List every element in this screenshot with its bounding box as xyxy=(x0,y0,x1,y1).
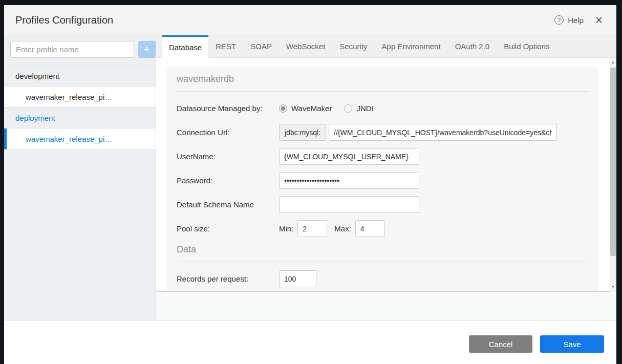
help-button[interactable]: ? Help xyxy=(554,15,584,25)
section-divider xyxy=(177,262,588,262)
pool-size-row: Pool size: Min: Max: xyxy=(177,220,588,237)
close-icon[interactable]: ✕ xyxy=(595,15,603,25)
profiles-configuration-dialog: Profiles Configuration ? Help ✕ + develo… xyxy=(4,5,616,364)
help-icon: ? xyxy=(554,15,564,25)
sidebar-item-development[interactable]: development xyxy=(4,66,156,87)
scroll-up-icon[interactable]: ▲ xyxy=(610,59,616,66)
tab-soap[interactable]: SOAP xyxy=(243,35,279,57)
pool-min-input[interactable] xyxy=(297,220,327,237)
records-label: Records per request: xyxy=(177,274,279,283)
pool-min-label: Min: xyxy=(279,224,293,233)
pool-size-label: Pool size: xyxy=(177,224,279,233)
section-divider xyxy=(177,91,588,92)
profile-name-input[interactable] xyxy=(10,41,134,58)
records-row: Records per request: xyxy=(177,270,588,287)
sidebar-item-deployment[interactable]: deployment xyxy=(4,108,156,129)
sidebar-item-deployment-profile[interactable]: wavemaker_release_pi… xyxy=(4,129,156,149)
radio-unselected-icon xyxy=(344,104,352,113)
tab-oauth[interactable]: OAuth 2.0 xyxy=(448,35,497,57)
tab-build-options[interactable]: Build Options xyxy=(497,35,556,57)
profile-list: development wavemaker_release_pi… deploy… xyxy=(4,66,156,149)
tab-websocket[interactable]: WebSocket xyxy=(279,35,332,57)
sidebar-item-development-profile[interactable]: wavemaker_release_pi… xyxy=(4,87,156,108)
tab-rest[interactable]: REST xyxy=(208,35,243,57)
username-row: UserName: xyxy=(177,148,588,165)
content-bottom-strip xyxy=(156,292,616,320)
password-row: Password: xyxy=(177,172,588,189)
records-input[interactable] xyxy=(279,270,316,287)
radio-wavemaker[interactable]: WaveMaker xyxy=(279,104,332,113)
connection-url-row: Connection Url: jdbc:mysql: xyxy=(177,124,588,141)
datasource-row: Datasource Managed by: WaveMaker JNDI xyxy=(177,100,588,117)
schema-row: Default Schema Name xyxy=(177,196,588,213)
sidebar-item-label: wavemaker_release_pi… xyxy=(26,93,112,101)
page-title: Profiles Configuration xyxy=(15,14,113,26)
schema-input[interactable] xyxy=(279,196,419,213)
jdbc-prefix: jdbc:mysql: xyxy=(279,124,326,141)
datasource-label: Datasource Managed by: xyxy=(177,104,279,113)
pool-max-input[interactable] xyxy=(355,220,385,237)
schema-label: Default Schema Name xyxy=(177,200,279,209)
vertical-scrollbar[interactable]: ▲ ▼ xyxy=(610,58,616,292)
profile-tabs: Database REST SOAP WebSocket Security Ap… xyxy=(156,35,616,58)
save-button[interactable]: Save xyxy=(540,335,604,353)
sidebar-item-label: wavemaker_release_pi… xyxy=(26,135,112,143)
password-label: Password: xyxy=(177,176,279,185)
radio-selected-icon xyxy=(279,104,287,113)
profiles-sidebar: + development wavemaker_release_pi… depl… xyxy=(4,35,156,320)
cancel-button[interactable]: Cancel xyxy=(469,335,532,353)
username-label: UserName: xyxy=(177,152,279,161)
tab-security[interactable]: Security xyxy=(332,35,374,57)
tab-database[interactable]: Database xyxy=(162,35,208,58)
connection-url-input[interactable] xyxy=(329,124,557,141)
database-settings-card: wavemakerdb Datasource Managed by: WaveM… xyxy=(166,67,598,291)
database-section-title: wavemakerdb xyxy=(177,74,588,84)
pool-max-label: Max: xyxy=(334,224,351,233)
help-label: Help xyxy=(568,16,584,25)
profile-detail-panel: Database REST SOAP WebSocket Security Ap… xyxy=(156,35,616,320)
data-section-title: Data xyxy=(177,244,588,255)
dialog-header: Profiles Configuration ? Help ✕ xyxy=(4,5,616,35)
tab-app-environment[interactable]: App Environment xyxy=(375,35,448,57)
scroll-down-icon[interactable]: ▼ xyxy=(610,284,616,291)
sidebar-item-label: deployment xyxy=(15,114,55,122)
radio-jndi[interactable]: JNDI xyxy=(344,104,373,113)
password-input[interactable] xyxy=(279,172,419,189)
scrollbar-thumb[interactable] xyxy=(610,68,616,256)
database-tab-content: wavemakerdb Datasource Managed by: WaveM… xyxy=(156,58,616,292)
username-input[interactable] xyxy=(279,148,419,165)
connection-url-label: Connection Url: xyxy=(177,128,279,137)
sidebar-item-label: development xyxy=(15,72,59,80)
add-profile-button[interactable]: + xyxy=(138,41,156,58)
dialog-footer: Cancel Save xyxy=(4,320,616,364)
dialog-body: + development wavemaker_release_pi… depl… xyxy=(4,35,616,320)
plus-icon: + xyxy=(144,43,151,56)
